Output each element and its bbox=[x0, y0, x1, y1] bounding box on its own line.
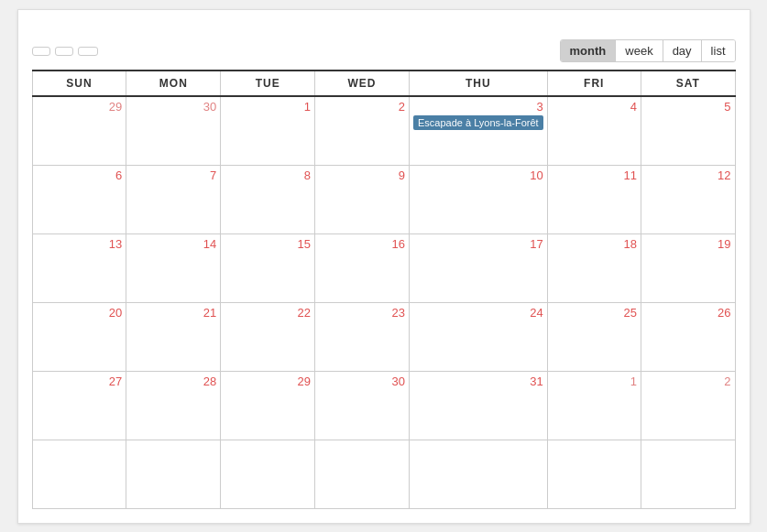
day-number: 6 bbox=[37, 168, 123, 182]
day-number: 22 bbox=[225, 306, 311, 320]
day-number: 28 bbox=[130, 375, 216, 388]
calendar-cell[interactable]: 9 bbox=[314, 165, 409, 233]
toolbar-left bbox=[32, 47, 98, 56]
calendar-cell[interactable]: 30 bbox=[126, 96, 221, 165]
calendar-cell[interactable]: 29 bbox=[221, 371, 315, 440]
day-number: 29 bbox=[225, 375, 311, 388]
calendar-cell[interactable]: 28 bbox=[126, 371, 221, 440]
calendar-cell[interactable]: 24 bbox=[410, 302, 548, 371]
calendar-cell[interactable]: 4 bbox=[547, 96, 641, 165]
next-button[interactable] bbox=[55, 47, 73, 56]
day-number: 26 bbox=[645, 306, 731, 320]
day-number: 11 bbox=[552, 168, 637, 182]
calendar-title bbox=[32, 19, 736, 39]
calendar-cell[interactable] bbox=[641, 440, 735, 508]
calendar-cell[interactable]: 3Escapade à Lyons-la-Forêt bbox=[410, 96, 548, 165]
day-number: 14 bbox=[130, 237, 216, 251]
event-block[interactable]: Escapade à Lyons-la-Forêt bbox=[413, 115, 543, 130]
calendar-container: month week day list SUNMONTUEWEDTHUFRISA… bbox=[17, 9, 751, 524]
calendar-cell[interactable] bbox=[32, 440, 126, 508]
calendar-grid: SUNMONTUEWEDTHUFRISAT 2930123Escapade à … bbox=[32, 70, 736, 509]
day-number: 24 bbox=[413, 306, 543, 320]
day-number: 4 bbox=[552, 100, 637, 114]
today-button[interactable] bbox=[78, 47, 98, 56]
day-number: 2 bbox=[645, 375, 731, 388]
calendar-cell[interactable]: 22 bbox=[221, 302, 315, 371]
calendar-cell[interactable]: 27 bbox=[32, 371, 126, 440]
day-number: 12 bbox=[645, 168, 731, 182]
calendar-cell[interactable] bbox=[126, 440, 221, 508]
calendar-cell[interactable]: 25 bbox=[547, 302, 641, 371]
calendar-cell[interactable]: 12 bbox=[641, 165, 735, 233]
view-list-button[interactable]: list bbox=[702, 40, 735, 61]
calendar-cell[interactable]: 2 bbox=[641, 371, 735, 440]
calendar-cell[interactable]: 16 bbox=[314, 233, 409, 302]
day-number: 10 bbox=[413, 168, 543, 182]
calendar-cell[interactable]: 15 bbox=[221, 233, 315, 302]
day-number: 7 bbox=[130, 168, 216, 182]
weekday-header-fri: FRI bbox=[547, 71, 641, 96]
calendar-cell[interactable] bbox=[410, 440, 548, 508]
calendar-cell[interactable] bbox=[314, 440, 409, 508]
day-number: 30 bbox=[130, 100, 216, 114]
weekday-header-thu: THU bbox=[410, 71, 548, 96]
calendar-cell[interactable]: 11 bbox=[547, 165, 641, 233]
calendar-cell[interactable]: 7 bbox=[126, 165, 221, 233]
day-number: 16 bbox=[319, 237, 405, 251]
calendar-cell[interactable]: 1 bbox=[221, 96, 315, 165]
calendar-cell[interactable]: 21 bbox=[126, 302, 221, 371]
calendar-cell[interactable]: 2 bbox=[314, 96, 409, 165]
day-number: 21 bbox=[130, 306, 216, 320]
view-week-button[interactable]: week bbox=[616, 40, 663, 61]
calendar-cell[interactable] bbox=[547, 440, 641, 508]
calendar-cell[interactable]: 1 bbox=[547, 371, 641, 440]
calendar-cell[interactable] bbox=[221, 440, 315, 508]
prev-button[interactable] bbox=[32, 47, 50, 56]
calendar-cell[interactable]: 18 bbox=[547, 233, 641, 302]
view-day-button[interactable]: day bbox=[663, 40, 702, 61]
calendar-cell[interactable]: 26 bbox=[641, 302, 735, 371]
day-number: 20 bbox=[37, 306, 123, 320]
calendar-cell[interactable]: 10 bbox=[410, 165, 548, 233]
day-number: 1 bbox=[225, 100, 311, 114]
day-number: 30 bbox=[319, 375, 405, 388]
day-number: 5 bbox=[645, 100, 731, 114]
weekday-header-tue: TUE bbox=[221, 71, 315, 96]
day-number: 9 bbox=[319, 168, 405, 182]
day-number: 27 bbox=[37, 375, 123, 388]
day-number: 18 bbox=[552, 237, 637, 251]
day-number: 19 bbox=[645, 237, 731, 251]
calendar-cell[interactable]: 20 bbox=[32, 302, 126, 371]
day-number: 29 bbox=[37, 100, 123, 114]
weekday-header-sun: SUN bbox=[32, 71, 126, 96]
day-number: 3 bbox=[413, 100, 543, 114]
calendar-cell[interactable]: 23 bbox=[314, 302, 409, 371]
view-month-button[interactable]: month bbox=[561, 40, 617, 61]
calendar-cell[interactable]: 17 bbox=[410, 233, 548, 302]
calendar-cell[interactable]: 30 bbox=[314, 371, 409, 440]
day-number: 13 bbox=[37, 237, 123, 251]
day-number: 1 bbox=[552, 375, 637, 388]
day-number: 31 bbox=[413, 375, 543, 388]
toolbar: month week day list bbox=[32, 39, 736, 62]
weekday-header-sat: SAT bbox=[641, 71, 735, 96]
calendar-cell[interactable]: 13 bbox=[32, 233, 126, 302]
weekday-header-mon: MON bbox=[126, 71, 221, 96]
weekday-header-wed: WED bbox=[314, 71, 409, 96]
day-number: 17 bbox=[413, 237, 543, 251]
calendar-cell[interactable]: 8 bbox=[221, 165, 315, 233]
day-number: 15 bbox=[225, 237, 311, 251]
calendar-cell[interactable]: 19 bbox=[641, 233, 735, 302]
calendar-cell[interactable]: 14 bbox=[126, 233, 221, 302]
day-number: 2 bbox=[319, 100, 405, 114]
calendar-cell[interactable]: 31 bbox=[410, 371, 548, 440]
calendar-cell[interactable]: 29 bbox=[32, 96, 126, 165]
day-number: 8 bbox=[225, 168, 311, 182]
calendar-cell[interactable]: 5 bbox=[641, 96, 735, 165]
day-number: 25 bbox=[552, 306, 637, 320]
day-number: 23 bbox=[319, 306, 405, 320]
view-buttons: month week day list bbox=[560, 39, 736, 62]
calendar-cell[interactable]: 6 bbox=[32, 165, 126, 233]
